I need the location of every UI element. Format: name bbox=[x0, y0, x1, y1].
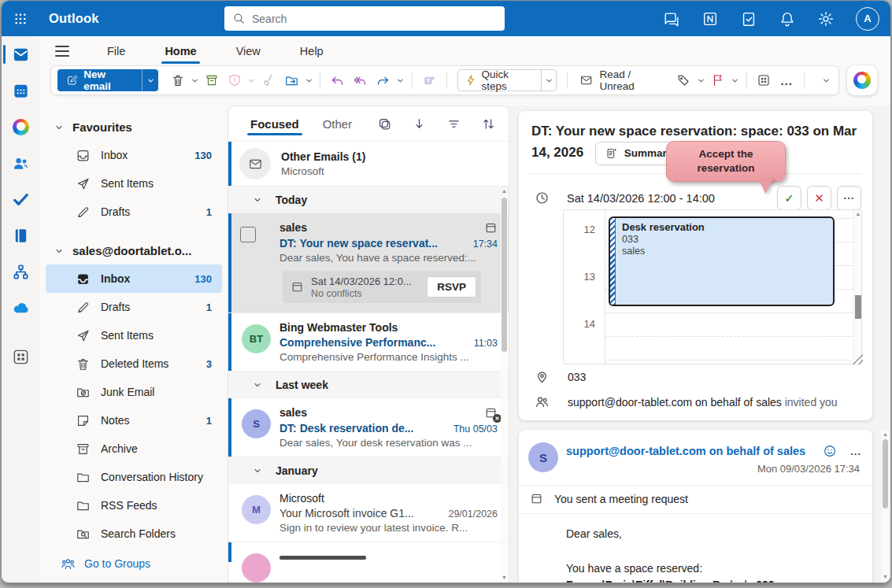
list-item-selected[interactable]: sales DT: Your new space reservat... 17:… bbox=[228, 213, 509, 312]
sweep-button[interactable] bbox=[258, 69, 279, 91]
account-header[interactable]: sales@doortablet.o... bbox=[39, 237, 228, 264]
sort-icon[interactable] bbox=[481, 116, 496, 131]
rail-people[interactable] bbox=[2, 145, 39, 181]
board-view-button[interactable] bbox=[753, 69, 775, 91]
chat-icon[interactable] bbox=[663, 10, 680, 28]
hamburger-menu-icon[interactable] bbox=[55, 46, 76, 57]
sidebar-item-drafts[interactable]: Drafts 1 bbox=[46, 293, 222, 321]
delete-button[interactable] bbox=[167, 69, 188, 91]
decline-button[interactable]: ✕ bbox=[807, 186, 831, 210]
rail-todo[interactable] bbox=[2, 181, 39, 217]
other-emails-row[interactable]: Other Emails (1) Microsoft bbox=[228, 141, 509, 186]
block-dropdown[interactable] bbox=[246, 69, 257, 91]
block-button[interactable] bbox=[224, 69, 246, 91]
collapse-ribbon-chevron[interactable] bbox=[821, 69, 832, 91]
copilot-button[interactable] bbox=[847, 65, 877, 95]
envelope-avatar[interactable] bbox=[239, 148, 271, 179]
reply-all-button[interactable] bbox=[350, 69, 371, 91]
todo-day-icon[interactable] bbox=[740, 10, 757, 28]
categorize-dropdown[interactable] bbox=[695, 69, 706, 91]
scrollbar-thumb[interactable] bbox=[855, 295, 861, 319]
sidebar-item-notes[interactable]: Notes 1 bbox=[46, 406, 222, 435]
sidebar-item-search-folders[interactable]: Search Folders bbox=[46, 520, 222, 548]
calendar-event-block[interactable]: Desk reservation 033 sales bbox=[609, 216, 835, 306]
settings-gear-icon[interactable] bbox=[817, 10, 835, 28]
read-unread-button[interactable]: Read / Unread bbox=[573, 69, 672, 91]
tab-file[interactable]: File bbox=[105, 39, 127, 64]
search-input[interactable] bbox=[252, 13, 497, 25]
account-avatar[interactable]: A bbox=[856, 7, 879, 31]
group-header-today[interactable]: Today bbox=[228, 186, 509, 213]
reactions-smiley-icon[interactable] bbox=[823, 444, 837, 458]
calendar-scrollbar[interactable]: ▲ bbox=[853, 210, 861, 364]
group-header-last-week[interactable]: Last week bbox=[228, 371, 509, 398]
search-bar[interactable] bbox=[224, 6, 505, 31]
message-checkbox[interactable] bbox=[240, 227, 256, 242]
sidebar-item-deleted[interactable]: Deleted Items 3 bbox=[46, 349, 222, 378]
list-item[interactable]: M Microsoft Your Microsoft invoice G1...… bbox=[228, 483, 509, 542]
delete-dropdown[interactable] bbox=[189, 69, 200, 91]
filter-icon[interactable] bbox=[446, 116, 461, 131]
move-down-icon[interactable] bbox=[412, 116, 427, 131]
select-messages-icon[interactable] bbox=[377, 116, 392, 131]
avatar[interactable]: BT bbox=[242, 324, 271, 353]
tab-other[interactable]: Other bbox=[321, 109, 354, 139]
reading-scrollbar[interactable]: ▲ ▼ bbox=[882, 430, 889, 581]
sidebar-item-fav-sent[interactable]: Sent Items bbox=[46, 169, 222, 198]
notifications-bell-icon[interactable] bbox=[779, 10, 796, 28]
forward-button[interactable] bbox=[372, 69, 394, 91]
share-to-teams-button[interactable] bbox=[419, 69, 440, 91]
list-item-partial[interactable] bbox=[228, 542, 509, 562]
rail-more-apps[interactable] bbox=[2, 338, 39, 375]
rail-org-explorer[interactable] bbox=[2, 253, 39, 290]
go-to-groups-link[interactable]: Go to Groups bbox=[39, 551, 228, 576]
move-to-button[interactable] bbox=[281, 69, 302, 91]
rail-calendar[interactable] bbox=[2, 72, 39, 109]
categorize-tag-button[interactable] bbox=[673, 69, 694, 91]
sidebar-item-conversation-history[interactable]: Conversation History bbox=[46, 463, 222, 491]
group-header-january[interactable]: January bbox=[228, 457, 509, 483]
tab-focused[interactable]: Focused bbox=[249, 109, 301, 139]
favourites-header[interactable]: Favourites bbox=[39, 113, 228, 141]
tab-help[interactable]: Help bbox=[298, 39, 325, 64]
avatar[interactable]: M bbox=[242, 495, 271, 524]
rsvp-button[interactable]: RSVP bbox=[427, 276, 476, 298]
tab-home[interactable]: Home bbox=[163, 39, 198, 64]
sidebar-item-inbox[interactable]: Inbox 130 bbox=[46, 264, 222, 293]
archive-button[interactable] bbox=[202, 69, 223, 91]
move-to-dropdown[interactable] bbox=[303, 69, 314, 91]
scrollbar-thumb[interactable] bbox=[502, 198, 507, 352]
forward-dropdown[interactable] bbox=[394, 69, 405, 91]
quick-steps-dropdown[interactable] bbox=[541, 70, 556, 91]
sidebar-item-rss[interactable]: RSS Feeds bbox=[46, 491, 222, 520]
sidebar-item-fav-drafts[interactable]: Drafts 1 bbox=[46, 198, 222, 226]
new-email-dropdown[interactable] bbox=[142, 69, 158, 91]
list-item[interactable]: S sales ✕ DT: Desk reservation de... Thu… bbox=[228, 398, 509, 457]
new-email-button[interactable]: New email bbox=[57, 69, 158, 91]
list-scrollbar[interactable]: ▲ ▼ bbox=[501, 194, 508, 580]
flag-button[interactable] bbox=[707, 69, 728, 91]
quick-steps-button[interactable]: Quick steps bbox=[457, 69, 557, 91]
accept-button[interactable]: ✓ bbox=[777, 186, 801, 210]
sidebar-item-sent[interactable]: Sent Items bbox=[46, 321, 222, 349]
sidebar-item-fav-inbox[interactable]: Inbox 130 bbox=[46, 141, 222, 169]
message-more-icon[interactable]: ... bbox=[850, 446, 861, 457]
avatar[interactable] bbox=[242, 553, 271, 582]
rail-notebook[interactable] bbox=[2, 217, 39, 253]
sender-address-link[interactable]: support@door-tablet.com on behalf of sal… bbox=[566, 445, 805, 457]
more-commands-button[interactable]: ... bbox=[776, 69, 798, 91]
reply-button[interactable] bbox=[327, 69, 348, 91]
sidebar-item-archive[interactable]: Archive bbox=[46, 435, 222, 463]
rail-onedrive[interactable] bbox=[2, 290, 39, 326]
rail-copilot[interactable] bbox=[2, 109, 39, 145]
rail-mail[interactable] bbox=[2, 36, 39, 72]
flag-dropdown[interactable] bbox=[729, 69, 740, 91]
onenote-feed-icon[interactable] bbox=[701, 10, 719, 28]
sidebar-item-junk[interactable]: Junk Email bbox=[46, 378, 222, 406]
tab-view[interactable]: View bbox=[235, 39, 262, 64]
app-launcher-button[interactable] bbox=[2, 1, 39, 36]
sender-avatar[interactable]: S bbox=[528, 442, 558, 472]
avatar[interactable]: S bbox=[242, 409, 271, 438]
more-options-button[interactable]: ... bbox=[837, 186, 861, 210]
list-item[interactable]: BT Bing Webmaster Tools Comprehensive Pe… bbox=[228, 312, 509, 371]
